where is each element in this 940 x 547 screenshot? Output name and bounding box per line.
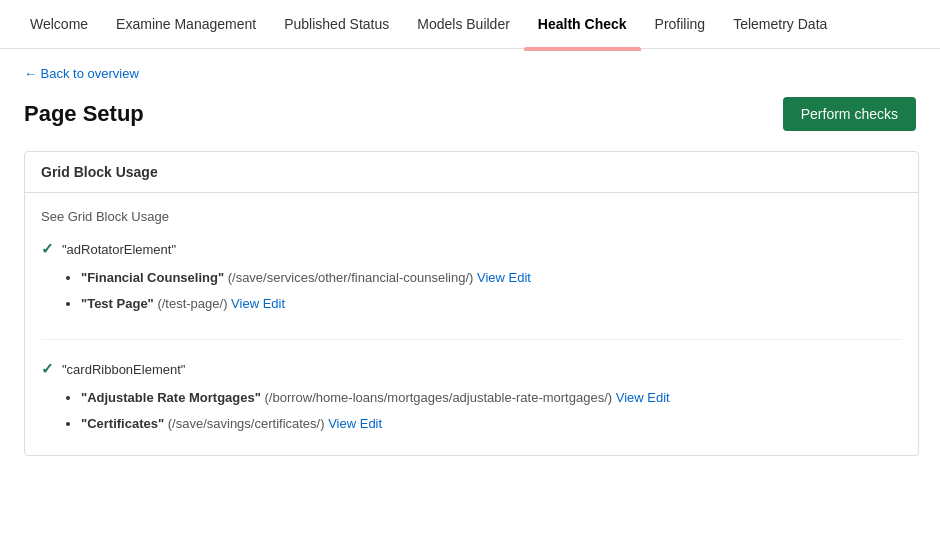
nav-item-welcome[interactable]: Welcome	[16, 0, 102, 48]
item-name: "Adjustable Rate Mortgages"	[81, 390, 261, 405]
grid-block-card: Grid Block Usage See Grid Block Usage ✓"…	[24, 151, 919, 456]
view-link[interactable]: View	[231, 296, 259, 311]
nav-item-profiling[interactable]: Profiling	[641, 0, 720, 48]
check-section-adRotatorElement: ✓"adRotatorElement""Financial Counseling…	[41, 240, 902, 340]
perform-checks-button[interactable]: Perform checks	[783, 97, 916, 131]
see-label: See Grid Block Usage	[41, 209, 902, 224]
edit-link[interactable]: Edit	[509, 270, 531, 285]
main-content: ← Back to overview Page Setup Perform ch…	[0, 49, 940, 488]
view-link[interactable]: View	[477, 270, 505, 285]
list-item: "Financial Counseling" (/save/services/o…	[81, 268, 902, 288]
view-link[interactable]: View	[328, 416, 356, 431]
nav-item-examine-management[interactable]: Examine Management	[102, 0, 270, 48]
list-item: "Test Page" (/test-page/) View Edit	[81, 294, 902, 314]
page-header: Page Setup Perform checks	[24, 97, 916, 131]
item-path: (/test-page/)	[154, 296, 231, 311]
nav-item-published-status[interactable]: Published Status	[270, 0, 403, 48]
check-row-cardRibbonElement: ✓"cardRibbonElement"	[41, 360, 902, 378]
view-link[interactable]: View	[616, 390, 644, 405]
items-list: "Financial Counseling" (/save/services/o…	[41, 268, 902, 313]
main-nav: WelcomeExamine ManagementPublished Statu…	[0, 0, 940, 49]
nav-item-telemetry-data[interactable]: Telemetry Data	[719, 0, 841, 48]
items-list: "Adjustable Rate Mortgages" (/borrow/hom…	[41, 388, 902, 433]
item-name: "Financial Counseling"	[81, 270, 224, 285]
card-body: See Grid Block Usage ✓"adRotatorElement"…	[25, 193, 918, 455]
page-title: Page Setup	[24, 101, 144, 127]
checkmark-icon: ✓	[41, 360, 54, 378]
edit-link[interactable]: Edit	[263, 296, 285, 311]
item-name: "Test Page"	[81, 296, 154, 311]
checkmark-icon: ✓	[41, 240, 54, 258]
back-link[interactable]: ← Back to overview	[24, 66, 139, 81]
section-name: "adRotatorElement"	[62, 242, 176, 257]
list-item: "Certificates" (/save/savings/certificat…	[81, 414, 902, 434]
check-row-adRotatorElement: ✓"adRotatorElement"	[41, 240, 902, 258]
card-header: Grid Block Usage	[25, 152, 918, 193]
nav-item-models-builder[interactable]: Models Builder	[403, 0, 524, 48]
item-path: (/save/services/other/financial-counseli…	[224, 270, 477, 285]
item-path: (/borrow/home-loans/mortgages/adjustable…	[261, 390, 616, 405]
item-path: (/save/savings/certificates/)	[164, 416, 328, 431]
list-item: "Adjustable Rate Mortgages" (/borrow/hom…	[81, 388, 902, 408]
nav-item-health-check[interactable]: Health Check	[524, 0, 641, 48]
edit-link[interactable]: Edit	[647, 390, 669, 405]
item-name: "Certificates"	[81, 416, 164, 431]
section-name: "cardRibbonElement"	[62, 362, 185, 377]
check-section-cardRibbonElement: ✓"cardRibbonElement""Adjustable Rate Mor…	[41, 360, 902, 433]
sections-container: ✓"adRotatorElement""Financial Counseling…	[41, 240, 902, 433]
edit-link[interactable]: Edit	[360, 416, 382, 431]
